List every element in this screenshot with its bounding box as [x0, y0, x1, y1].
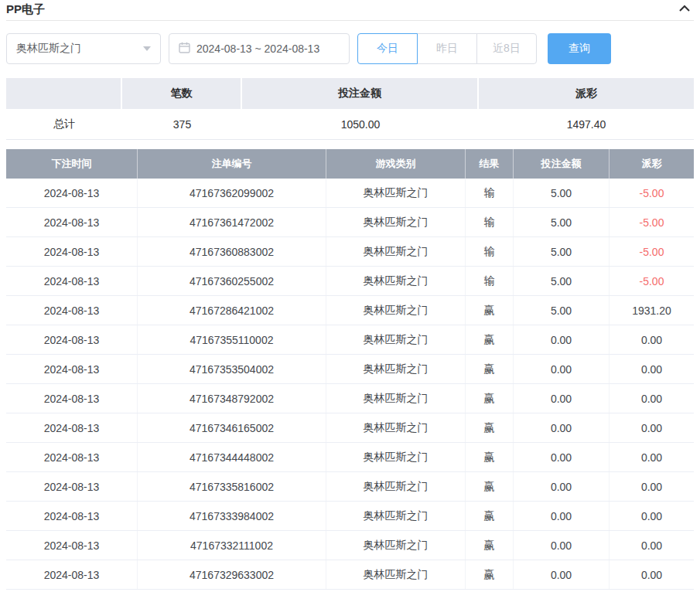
cell-bet-time: 2024-08-13	[6, 267, 138, 295]
cell-order-id: 47167333984002	[138, 502, 326, 530]
cell-order-id: 47167335816002	[138, 472, 326, 501]
cell-game-type: 奥林匹斯之门	[326, 179, 466, 207]
table-row: 2024-08-13 47167348792002 奥林匹斯之门 赢 0.00 …	[6, 384, 694, 413]
summary-header-payout: 派彩	[479, 78, 694, 109]
panel-header: PP电子	[6, 0, 694, 21]
cell-bet-amount: 0.00	[514, 560, 610, 589]
cell-game-type: 奥林匹斯之门	[326, 502, 466, 530]
cell-bet-amount: 0.00	[514, 531, 610, 560]
cell-bet-time: 2024-08-13	[6, 179, 138, 207]
table-row: 2024-08-13 47167361472002 奥林匹斯之门 输 5.00 …	[6, 208, 694, 237]
bet-table-header-row: 下注时间 注单编号 游戏类别 结果 投注金额 派彩	[6, 149, 694, 179]
summary-payout-value: 1497.40	[479, 109, 694, 139]
table-row: 2024-08-13 47167344448002 奥林匹斯之门 赢 0.00 …	[6, 443, 694, 472]
cell-bet-time: 2024-08-13	[6, 472, 138, 501]
summary-bet-amount-value: 1050.00	[242, 109, 479, 139]
table-row: 2024-08-13 47167332111002 奥林匹斯之门 赢 0.00 …	[6, 531, 694, 560]
cell-bet-amount: 5.00	[514, 267, 610, 295]
cell-bet-amount: 0.00	[514, 443, 610, 471]
cell-bet-time: 2024-08-13	[6, 531, 138, 560]
table-row: 2024-08-13 47167335816002 奥林匹斯之门 赢 0.00 …	[6, 472, 694, 502]
date-range-value: 2024-08-13 ~ 2024-08-13	[196, 43, 319, 55]
cell-bet-amount: 5.00	[514, 179, 610, 207]
cell-result: 输	[466, 179, 514, 207]
cell-result: 赢	[466, 472, 514, 501]
header-bet-time: 下注时间	[6, 149, 138, 179]
cell-result: 输	[466, 208, 514, 236]
header-payout: 派彩	[610, 149, 694, 179]
cell-bet-time: 2024-08-13	[6, 560, 138, 589]
cell-order-id: 47167348792002	[138, 384, 326, 413]
cell-bet-amount: 0.00	[514, 325, 610, 354]
cell-order-id: 47167353504002	[138, 355, 326, 383]
cell-bet-time: 2024-08-13	[6, 384, 138, 413]
query-button[interactable]: 查询	[548, 33, 611, 64]
cell-game-type: 奥林匹斯之门	[326, 472, 466, 501]
cell-order-id: 47167360883002	[138, 237, 326, 266]
cell-bet-amount: 5.00	[514, 237, 610, 266]
cell-payout: 0.00	[610, 325, 694, 354]
cell-bet-time: 2024-08-13	[6, 355, 138, 383]
summary-header-row: 笔数 投注金额 派彩	[6, 78, 694, 109]
cell-payout: 0.00	[610, 560, 694, 589]
cell-bet-time: 2024-08-13	[6, 443, 138, 471]
table-row: 2024-08-13 47167286421002 奥林匹斯之门 赢 5.00 …	[6, 296, 694, 325]
cell-payout: -5.00	[610, 179, 694, 207]
cell-payout: 0.00	[610, 531, 694, 560]
cell-payout: 0.00	[610, 443, 694, 471]
summary-header-count: 笔数	[122, 78, 242, 109]
table-row: 2024-08-13 47167333984002 奥林匹斯之门 赢 0.00 …	[6, 502, 694, 531]
cell-result: 输	[466, 237, 514, 266]
cell-order-id: 47167360255002	[138, 267, 326, 295]
yesterday-button[interactable]: 昨日	[417, 33, 477, 64]
cell-payout: -5.00	[610, 267, 694, 295]
filter-row: 奥林匹斯之门 2024-08-13 ~ 2024-08-13 今日 昨日 近8日…	[6, 33, 694, 64]
summary-header-bet-amount: 投注金额	[242, 78, 479, 109]
cell-bet-amount: 0.00	[514, 472, 610, 501]
table-row: 2024-08-13 47167360883002 奥林匹斯之门 输 5.00 …	[6, 237, 694, 267]
cell-payout: -5.00	[610, 237, 694, 266]
cell-result: 输	[466, 267, 514, 295]
cell-game-type: 奥林匹斯之门	[326, 560, 466, 589]
cell-result: 赢	[466, 355, 514, 383]
table-row: 2024-08-13 47167353504002 奥林匹斯之门 赢 0.00 …	[6, 355, 694, 384]
cell-payout: 0.00	[610, 384, 694, 413]
last-8-days-button[interactable]: 近8日	[476, 33, 537, 64]
bet-records-table: 下注时间 注单编号 游戏类别 结果 投注金额 派彩 2024-08-13 471…	[6, 149, 694, 590]
cell-payout: 1931.20	[610, 296, 694, 325]
cell-game-type: 奥林匹斯之门	[326, 413, 466, 442]
cell-payout: 0.00	[610, 355, 694, 383]
cell-bet-time: 2024-08-13	[6, 325, 138, 354]
pp-panel: PP电子 奥林匹斯之门 2024-08-13 ~ 2024-08-13	[0, 0, 700, 592]
game-select-value: 奥林匹斯之门	[16, 42, 81, 56]
today-button[interactable]: 今日	[357, 33, 418, 64]
cell-game-type: 奥林匹斯之门	[326, 296, 466, 325]
cell-game-type: 奥林匹斯之门	[326, 267, 466, 295]
summary-header-empty	[6, 78, 122, 109]
cell-order-id: 47167355110002	[138, 325, 326, 354]
date-range-picker[interactable]: 2024-08-13 ~ 2024-08-13	[169, 33, 350, 64]
cell-payout: 0.00	[610, 472, 694, 501]
cell-result: 赢	[466, 502, 514, 530]
cell-bet-time: 2024-08-13	[6, 237, 138, 266]
cell-payout: 0.00	[610, 502, 694, 530]
header-result: 结果	[466, 149, 514, 179]
cell-payout: 0.00	[610, 413, 694, 442]
cell-game-type: 奥林匹斯之门	[326, 531, 466, 560]
collapse-chevron-up-icon[interactable]	[675, 2, 694, 15]
table-row: 2024-08-13 47167329633002 奥林匹斯之门 赢 0.00 …	[6, 560, 694, 590]
cell-bet-time: 2024-08-13	[6, 413, 138, 442]
cell-game-type: 奥林匹斯之门	[326, 384, 466, 413]
header-order-id: 注单编号	[138, 149, 326, 179]
header-bet-amount: 投注金额	[514, 149, 610, 179]
cell-order-id: 47167344448002	[138, 443, 326, 471]
summary-total-row: 总计 375 1050.00 1497.40	[6, 109, 694, 140]
cell-game-type: 奥林匹斯之门	[326, 237, 466, 266]
cell-bet-time: 2024-08-13	[6, 208, 138, 236]
game-select[interactable]: 奥林匹斯之门	[6, 33, 161, 64]
cell-order-id: 47167329633002	[138, 560, 326, 589]
cell-bet-amount: 0.00	[514, 355, 610, 383]
bet-table-body: 2024-08-13 47167362099002 奥林匹斯之门 输 5.00 …	[6, 179, 694, 590]
cell-game-type: 奥林匹斯之门	[326, 355, 466, 383]
cell-bet-time: 2024-08-13	[6, 296, 138, 325]
